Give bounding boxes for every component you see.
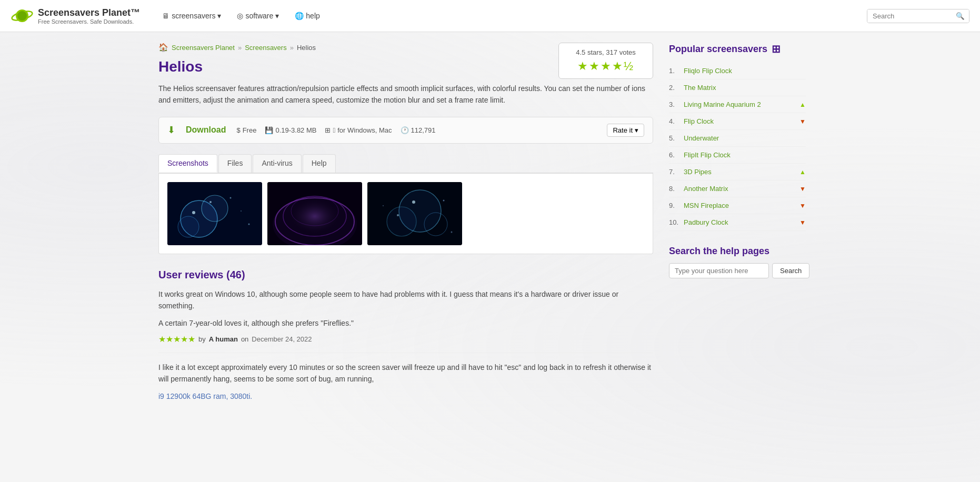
logo[interactable]: Screensavers Planet™ Free Screensavers. … (11, 4, 140, 27)
page-description: The Helios screensaver features attracti… (158, 83, 653, 106)
rating-summary: 4.5 stars, 317 votes (567, 48, 644, 56)
list-item: 9. MSN Fireplace ▼ (669, 197, 806, 214)
list-item: 8. Another Matrix ▼ (669, 180, 806, 197)
svg-point-27 (412, 200, 415, 204)
globe-icon: 🌐 (295, 12, 304, 20)
reviews-section: User reviews (46) It works great on Wind… (158, 269, 653, 402)
download-link[interactable]: Download (186, 125, 226, 135)
svg-point-10 (192, 211, 195, 214)
chevron-down-icon: ▾ (217, 12, 221, 20)
help-search-button[interactable]: Search (772, 263, 809, 278)
review-2-text: I like it a lot except approximately eve… (158, 361, 653, 385)
review-1-text-1: It works great on Windows 10, although s… (158, 288, 653, 312)
screenshots-grid (167, 182, 644, 245)
home-icon: 🏠 (158, 43, 168, 52)
main-container: 4.5 stars, 317 votes ★★★★½ 🏠 Screensaver… (148, 32, 832, 418)
nav-software[interactable]: ◎ software ▾ (231, 8, 285, 23)
download-price: $ Free (236, 126, 256, 134)
download-meta: $ Free 💾 0.19-3.82 MB ⊞  for Windows, M… (236, 126, 435, 134)
screenshot-1-image (167, 182, 262, 245)
windows-platform-icon: ⊞ (325, 126, 331, 134)
popular-link-10[interactable]: Padbury Clock (684, 218, 795, 226)
review-1-meta: ★★★★★ by A human on December 24, 2022 (158, 334, 653, 344)
list-item: 6. FlipIt Flip Clock (669, 147, 806, 164)
popular-link-5[interactable]: Underwater (684, 134, 806, 142)
screenshot-2-image (267, 182, 362, 245)
logo-icon (11, 4, 34, 27)
popular-link-1[interactable]: Fliqlo Flip Clock (684, 67, 806, 75)
trend-up-icon: ▲ (799, 168, 806, 176)
windows-logo-icon: ⊞ (772, 43, 781, 55)
help-search-input[interactable] (669, 263, 769, 278)
svg-point-9 (178, 216, 199, 237)
svg-point-25 (387, 207, 416, 236)
nav-screensavers[interactable]: 🖥 screensavers ▾ (156, 8, 227, 23)
breadcrumb-home-link[interactable]: Screensavers Planet (172, 44, 235, 52)
screenshot-2[interactable] (267, 182, 362, 245)
tab-content (158, 174, 653, 254)
popular-link-3[interactable]: Living Marine Aquarium 2 (684, 101, 795, 108)
list-item: 10. Padbury Clock ▼ (669, 214, 806, 231)
list-item: 2. The Matrix (669, 79, 806, 96)
nav-help[interactable]: 🌐 help (288, 8, 326, 23)
trend-down-icon: ▼ (799, 185, 806, 193)
rating-stars: ★★★★½ (567, 59, 644, 73)
list-item: 7. 3D Pipes ▲ (669, 164, 806, 180)
popular-list: 1. Fliqlo Flip Clock 2. The Matrix 3. Li… (669, 63, 806, 231)
help-search-box: Search (669, 263, 806, 278)
popular-screensavers-section: Popular screensavers ⊞ 1. Fliqlo Flip Cl… (669, 43, 806, 231)
tab-screenshots[interactable]: Screenshots (158, 154, 217, 173)
logo-title: Screensavers Planet™ (38, 7, 140, 18)
tab-antivirus[interactable]: Anti-virus (253, 154, 301, 173)
list-item: 5. Underwater (669, 130, 806, 147)
tab-files[interactable]: Files (218, 154, 252, 173)
review-divider (158, 353, 653, 353)
chevron-down-icon: ▾ (635, 126, 638, 134)
popular-link-2[interactable]: The Matrix (684, 84, 806, 92)
popular-link-8[interactable]: Another Matrix (684, 185, 795, 193)
trend-up-icon: ▲ (799, 101, 806, 108)
download-arrow-icon: ⬇ (167, 124, 175, 136)
nav-help-label: help (306, 12, 319, 20)
review-1-date: December 24, 2022 (252, 335, 312, 343)
popular-title-text: Popular screensavers (669, 44, 767, 55)
breadcrumb-screensavers-link[interactable]: Screensavers (245, 44, 286, 52)
popular-link-9[interactable]: MSN Fireplace (684, 202, 795, 209)
help-search-section: Search the help pages Search (669, 246, 806, 278)
tab-help[interactable]: Help (303, 154, 336, 173)
screenshot-1[interactable] (167, 182, 262, 245)
search-button[interactable]: 🔍 (952, 9, 969, 23)
list-item: 3. Living Marine Aquarium 2 ▲ (669, 96, 806, 113)
review-2-detail: i9 12900k 64BG ram, 3080ti. (158, 390, 653, 402)
nav-software-label: software (245, 12, 273, 20)
reviews-title: User reviews (46) (158, 269, 653, 281)
svg-point-13 (241, 210, 242, 212)
list-item: 4. Flip Clock ▼ (669, 113, 806, 130)
trend-down-icon: ▼ (799, 202, 806, 209)
apple-icon:  (333, 126, 335, 134)
svg-point-29 (443, 199, 445, 201)
download-platforms: ⊞  for Windows, Mac (325, 126, 392, 134)
screenshot-3-image (367, 182, 462, 245)
popular-link-7[interactable]: 3D Pipes (684, 168, 795, 176)
review-1-author: A human (209, 335, 238, 343)
popular-link-4[interactable]: Flip Clock (684, 117, 795, 125)
clock-icon: 🕐 (401, 126, 409, 134)
popular-title: Popular screensavers ⊞ (669, 43, 806, 55)
rate-dropdown-button[interactable]: Rate it ▾ (607, 124, 644, 137)
svg-point-12 (230, 197, 232, 198)
trend-down-icon: ▼ (799, 219, 806, 226)
download-bar: ⬇ Download $ Free 💾 0.19-3.82 MB ⊞  for… (158, 117, 653, 144)
svg-point-20 (288, 198, 341, 235)
header: Screensavers Planet™ Free Screensavers. … (0, 0, 980, 32)
chevron-down-icon: ▾ (275, 12, 279, 20)
tabs: Screenshots Files Anti-virus Help (158, 154, 653, 174)
software-icon: ◎ (237, 12, 243, 20)
screenshot-3[interactable] (367, 182, 462, 245)
search-input[interactable] (867, 9, 952, 23)
sidebar: Popular screensavers ⊞ 1. Fliqlo Flip Cl… (669, 43, 806, 407)
dollar-icon: $ (236, 126, 240, 134)
popular-link-6[interactable]: FlipIt Flip Clock (684, 151, 806, 159)
svg-point-11 (209, 201, 212, 203)
disk-icon: 💾 (265, 126, 273, 134)
